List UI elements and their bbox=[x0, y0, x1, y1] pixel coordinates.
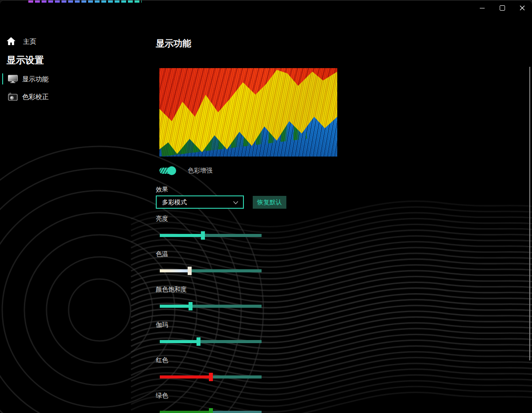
active-item-indicator bbox=[2, 73, 3, 84]
sidebar-item-label: 色彩校正 bbox=[22, 93, 49, 101]
chevron-down-icon bbox=[233, 201, 239, 205]
slider-label-saturation: 颜色饱和度 bbox=[156, 286, 187, 294]
slider-fill-green bbox=[160, 411, 211, 413]
close-button[interactable] bbox=[512, 0, 532, 15]
sidebar-item-label: 显示功能 bbox=[22, 75, 49, 84]
feather-texture-overlay bbox=[159, 68, 337, 157]
slider-label-brightness: 亮度 bbox=[156, 215, 168, 223]
slider-thumb-color-temperature[interactable] bbox=[188, 267, 192, 275]
slider-red[interactable] bbox=[160, 375, 262, 379]
slider-thumb-red[interactable] bbox=[209, 373, 213, 381]
sidebar: 主页 显示设置 显示功能 色彩 bbox=[0, 16, 150, 413]
main-content: 显示功能 色彩增强 效果 多彩模式 恢复默认 亮度色温颜色饱和度伽玛红色绿色 bbox=[150, 16, 532, 413]
slider-fill-color-temperature bbox=[160, 269, 189, 272]
color-enhance-label: 色彩增强 bbox=[188, 167, 212, 175]
slider-brightness[interactable] bbox=[160, 234, 262, 237]
slider-label-color-temperature: 色温 bbox=[156, 250, 168, 258]
close-icon bbox=[520, 5, 525, 11]
slider-label-red: 红色 bbox=[156, 356, 168, 364]
sidebar-item-color-correction[interactable]: 色彩校正 bbox=[0, 91, 133, 103]
sidebar-home-label: 主页 bbox=[23, 38, 36, 46]
titlebar bbox=[0, 0, 532, 16]
window-controls bbox=[472, 0, 532, 15]
effect-label: 效果 bbox=[156, 186, 168, 194]
scrollbar[interactable] bbox=[529, 67, 530, 360]
slider-fill-saturation bbox=[160, 305, 190, 308]
minimize-icon bbox=[480, 8, 485, 8]
slider-label-gamma: 伽玛 bbox=[156, 321, 168, 329]
home-icon bbox=[6, 37, 16, 46]
sidebar-section-title: 显示设置 bbox=[7, 54, 44, 66]
slider-fill-red bbox=[160, 375, 211, 379]
app-window: 主页 显示设置 显示功能 色彩 bbox=[0, 0, 532, 413]
slider-thumb-gamma[interactable] bbox=[197, 337, 200, 346]
minimize-button[interactable] bbox=[472, 0, 492, 15]
slider-fill-gamma bbox=[160, 340, 198, 343]
restore-default-button[interactable]: 恢复默认 bbox=[253, 196, 286, 209]
sidebar-item-home[interactable]: 主页 bbox=[0, 36, 133, 48]
feather-preview-image bbox=[159, 68, 337, 157]
sidebar-item-display-features[interactable]: 显示功能 bbox=[0, 73, 133, 85]
slider-thumb-green[interactable] bbox=[209, 408, 213, 413]
color-enhance-toggle[interactable] bbox=[159, 168, 175, 174]
maximize-icon bbox=[500, 5, 505, 11]
color-correction-icon bbox=[8, 92, 18, 102]
effect-dropdown-value: 多彩模式 bbox=[162, 199, 187, 206]
maximize-button[interactable] bbox=[492, 0, 512, 15]
page-title: 显示功能 bbox=[156, 38, 191, 50]
slider-fill-brightness bbox=[160, 234, 203, 237]
brand-logo-letter-gaps bbox=[28, 0, 142, 3]
slider-gamma[interactable] bbox=[160, 340, 262, 343]
slider-thumb-saturation[interactable] bbox=[189, 302, 193, 310]
slider-label-green: 绿色 bbox=[156, 392, 168, 400]
monitor-icon bbox=[8, 74, 18, 84]
toggle-knob bbox=[167, 166, 176, 175]
effect-dropdown[interactable]: 多彩模式 bbox=[156, 195, 244, 209]
brand-logo bbox=[28, 0, 142, 3]
slider-thumb-brightness[interactable] bbox=[201, 231, 205, 240]
slider-color-temperature[interactable] bbox=[160, 269, 262, 272]
slider-saturation[interactable] bbox=[160, 305, 262, 308]
color-enhance-row: 色彩增强 bbox=[159, 168, 175, 178]
slider-green[interactable] bbox=[160, 411, 262, 413]
